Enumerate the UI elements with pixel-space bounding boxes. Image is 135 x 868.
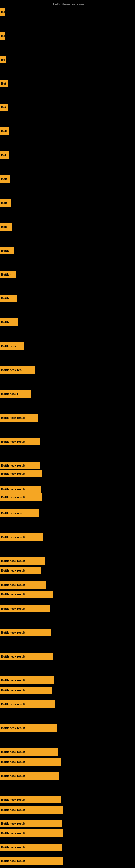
bar-label: Bottle: [1, 249, 9, 252]
bar-item: Bottleneck result: [0, 567, 41, 574]
bar-item: Bottle: [0, 294, 17, 302]
bar-item: Bottleneck result: [0, 493, 42, 501]
bar-label: Bottleneck result: [1, 774, 25, 777]
bar-label: Bottleneck result: [1, 440, 25, 443]
bar-label: Bottle: [1, 297, 9, 300]
bar-item: Bott: [0, 175, 10, 183]
bar-label: Bottleneck result: [1, 583, 25, 586]
bar-label: Bottleneck result: [1, 496, 25, 499]
bar-item: Bottlen: [0, 318, 18, 326]
bar-item: Bott: [0, 199, 11, 207]
bar-label: Bottleneck result: [1, 559, 25, 563]
bar-item: Bo: [0, 56, 6, 63]
bar-label: Bottleneck result: [1, 655, 25, 658]
bar-label: Bo: [1, 10, 5, 13]
bar-item: Bottleneck: [0, 342, 24, 350]
bar-label: Bottleneck result: [1, 535, 25, 539]
bar-label: Bott: [1, 130, 7, 133]
bar-item: Bottleneck result: [0, 796, 61, 803]
bar-item: Bottle: [0, 247, 14, 254]
bar-label: Bottlen: [1, 273, 11, 276]
bar-label: Bott: [1, 201, 7, 205]
bar-label: Bottleneck result: [1, 689, 25, 692]
bar-item: Bottleneck result: [0, 605, 50, 613]
bar-label: Bottleneck: [1, 344, 16, 348]
bar-item: Bottleneck result: [0, 844, 62, 851]
bar-label: Bottleneck result: [1, 750, 25, 753]
bar-item: Bottleneck result: [0, 462, 40, 469]
bar-item: Bottleneck result: [0, 653, 53, 660]
bar-label: Bottleneck result: [1, 798, 25, 801]
bar-label: Bot: [1, 154, 6, 157]
site-title: TheBottlenecker.com: [51, 2, 84, 6]
bar-item: Bottleneck result: [0, 758, 61, 766]
bar-item: Bottleneck result: [0, 830, 63, 837]
bar-label: Bottleneck result: [1, 464, 25, 467]
bar-label: Bottleneck r: [1, 392, 18, 396]
bar-label: Bo: [1, 58, 5, 61]
bar-label: Bot: [1, 106, 6, 109]
bar-item: Bot: [0, 104, 8, 111]
bar-item: Bottleneck result: [0, 748, 58, 756]
bar-item: Bottleneck result: [0, 857, 63, 865]
bar-item: Bottleneck result: [0, 806, 63, 814]
bar-item: Bottleneck result: [0, 533, 43, 541]
bar-label: Bo: [1, 34, 5, 37]
bar-item: Bottleneck result: [0, 701, 55, 708]
bar-item: Bott: [0, 127, 9, 135]
bar-item: Bott: [0, 223, 12, 230]
bar-label: Bottleneck result: [1, 808, 25, 812]
bar-item: Bottleneck result: [0, 581, 46, 589]
bar-item: Bottleneck result: [0, 772, 59, 780]
bar-label: Bottleneck result: [1, 832, 25, 835]
bar-item: Bottleneck result: [0, 414, 38, 422]
bar-label: Bottleneck result: [1, 631, 25, 634]
bar-item: Bottleneck resu: [0, 509, 39, 517]
bar-label: Bottleneck result: [1, 416, 25, 420]
bar-label: Bottleneck result: [1, 822, 25, 825]
bar-item: Bot: [0, 80, 8, 87]
bar-item: Bottleneck result: [0, 629, 51, 637]
bar-item: Bot: [0, 151, 9, 159]
bar-item: Bottleneck result: [0, 724, 57, 732]
bar-label: Bottlen: [1, 321, 11, 324]
bar-item: Bottleneck result: [0, 557, 45, 565]
bar-label: Bottleneck result: [1, 472, 25, 475]
bar-item: Bottleneck result: [0, 820, 61, 827]
bar-item: Bottleneck result: [0, 677, 54, 684]
bar-label: Bottleneck resu: [1, 368, 24, 372]
bar-label: Bott: [1, 177, 7, 181]
bar-item: Bottleneck result: [0, 438, 40, 445]
bar-label: Bottleneck result: [1, 726, 25, 730]
bar-label: Bottleneck result: [1, 703, 25, 706]
bar-label: Bottleneck result: [1, 846, 25, 849]
bar-label: Bottleneck result: [1, 607, 25, 610]
bar-label: Bottleneck result: [1, 679, 25, 682]
bar-item: Bottleneck resu: [0, 366, 35, 374]
bar-label: Bottleneck result: [1, 488, 25, 491]
bar-label: Bottleneck result: [1, 859, 25, 863]
bar-label: Bott: [1, 225, 7, 228]
bar-label: Bot: [1, 82, 6, 85]
bar-label: Bottleneck resu: [1, 512, 24, 515]
bar-label: Bottleneck result: [1, 760, 25, 764]
bar-item: Bottleneck r: [0, 390, 31, 398]
bar-item: Bottlen: [0, 271, 16, 278]
bar-item: Bottleneck result: [0, 470, 42, 477]
bar-item: Bottleneck result: [0, 590, 53, 598]
bar-item: Bo: [0, 32, 5, 40]
bar-item: Bottleneck result: [0, 486, 41, 493]
bar-label: Bottleneck result: [1, 593, 25, 596]
bar-item: Bo: [0, 8, 5, 16]
bar-item: Bottleneck result: [0, 686, 52, 694]
bar-label: Bottleneck result: [1, 569, 25, 572]
